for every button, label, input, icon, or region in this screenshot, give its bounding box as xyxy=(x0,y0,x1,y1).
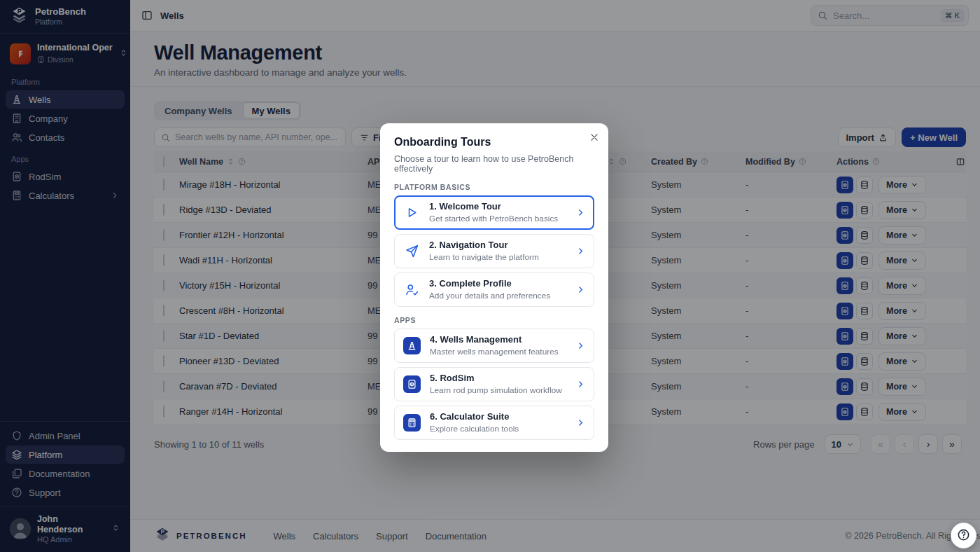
tour-item-5-rodsim[interactable]: 5. RodSimLearn rod pump simulation workf… xyxy=(394,367,594,401)
chevron-right-icon xyxy=(576,418,585,427)
chevron-right-icon xyxy=(576,208,585,217)
derrick-icon xyxy=(403,337,421,354)
tour-description: Learn to navigate the platform xyxy=(429,252,539,263)
tour-section-label: PLATFORM BASICS xyxy=(394,183,594,191)
tour-description: Get started with PetroBench basics xyxy=(429,214,558,224)
help-icon xyxy=(957,528,970,544)
close-icon[interactable] xyxy=(589,132,599,142)
tour-description: Master wells management features xyxy=(430,347,559,357)
user-check-icon xyxy=(403,282,420,297)
tour-title: 2. Navigation Tour xyxy=(429,240,539,251)
chevron-right-icon xyxy=(576,247,585,256)
chevron-right-icon xyxy=(576,285,585,294)
tour-text: 1. Welcome TourGet started with PetroBen… xyxy=(429,201,558,224)
tour-item-1-welcome-tour[interactable]: 1. Welcome TourGet started with PetroBen… xyxy=(394,195,594,230)
tour-item-2-navigation-tour[interactable]: 2. Navigation TourLearn to navigate the … xyxy=(394,234,594,268)
tour-section-label: APPS xyxy=(394,316,594,324)
tour-description: Explore calculation tools xyxy=(430,424,519,434)
tour-text: 5. RodSimLearn rod pump simulation workf… xyxy=(430,373,562,396)
tour-title: 1. Welcome Tour xyxy=(429,201,558,212)
chevron-right-icon xyxy=(576,341,585,350)
tour-item-4-wells-management[interactable]: 4. Wells ManagementMaster wells manageme… xyxy=(394,329,594,363)
tour-title: 4. Wells Management xyxy=(430,334,559,345)
tour-text: 2. Navigation TourLearn to navigate the … xyxy=(429,240,539,263)
tour-description: Add your details and preferences xyxy=(429,291,550,301)
modal-title: Onboarding Tours xyxy=(394,136,594,149)
rodsim-icon xyxy=(403,375,421,393)
tour-sections: PLATFORM BASICS1. Welcome TourGet starte… xyxy=(394,183,594,440)
help-button[interactable] xyxy=(951,523,976,548)
tour-text: 3. Complete ProfileAdd your details and … xyxy=(429,278,550,301)
tour-description: Learn rod pump simulation workflow xyxy=(430,385,562,396)
tour-text: 4. Wells ManagementMaster wells manageme… xyxy=(430,334,559,357)
calculator-icon xyxy=(403,414,421,432)
tour-text: 6. Calculator SuiteExplore calculation t… xyxy=(430,411,519,434)
tour-title: 3. Complete Profile xyxy=(429,278,550,289)
tour-item-3-complete-profile[interactable]: 3. Complete ProfileAdd your details and … xyxy=(394,272,594,307)
tour-title: 6. Calculator Suite xyxy=(430,411,519,422)
tour-item-6-calculator-suite[interactable]: 6. Calculator SuiteExplore calculation t… xyxy=(394,406,594,440)
modal-subtitle: Choose a tour to learn how to use PetroB… xyxy=(394,154,594,174)
chevron-right-icon xyxy=(576,380,585,389)
play-icon xyxy=(403,205,420,220)
tour-title: 5. RodSim xyxy=(430,373,562,384)
send-icon xyxy=(403,244,420,258)
onboarding-modal: Onboarding Tours Choose a tour to learn … xyxy=(380,123,608,452)
